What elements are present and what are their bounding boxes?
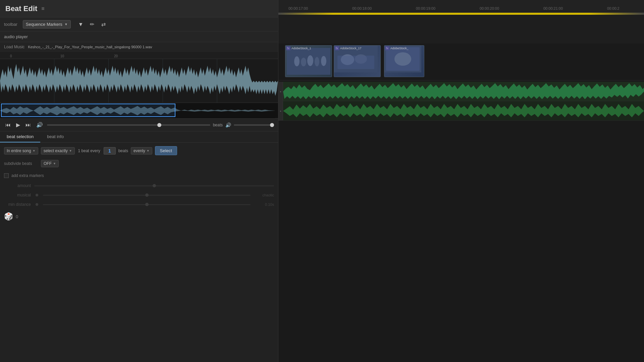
svg-point-10: [307, 55, 313, 66]
tab-beat-selection[interactable]: beat selection: [0, 131, 40, 142]
sync-tool-button[interactable]: ⇄: [99, 20, 108, 29]
svg-rect-16: [337, 56, 374, 69]
extra-markers-row: add extra markers: [4, 172, 274, 179]
musical-label: musical: [4, 193, 31, 197]
clip-2-fx: fx: [335, 46, 339, 50]
left-panel: Beat Edit ≡ toolbar Sequence Markers ▼ ▼…: [0, 0, 278, 362]
ruler: 0 10 20: [0, 52, 278, 59]
subdivide-dropdown[interactable]: OFF ▼: [41, 160, 59, 167]
clip-2-badge: fx AdobeStock_17: [335, 46, 362, 50]
sequence-markers-dropdown[interactable]: Sequence Markers ▼: [23, 20, 71, 28]
progress-slider[interactable]: [47, 124, 210, 126]
beat-every-input[interactable]: [104, 147, 116, 155]
distribution-dropdown[interactable]: evenly ▼: [131, 147, 152, 155]
svg-point-19: [394, 52, 411, 66]
clip-2-label: AdobeStock_17: [340, 47, 362, 50]
beats-label: beats: [213, 123, 223, 127]
scope-dropdown[interactable]: In entire song ▼: [4, 147, 38, 155]
audio-player-header[interactable]: audio player: [0, 32, 278, 42]
dice-icon[interactable]: 🎲: [4, 212, 13, 221]
right-panel: 00:00:17:00 00:00:18:00 00:00:19:00 00:0…: [278, 0, 644, 362]
select-exactly-dropdown[interactable]: select exactly ▼: [41, 147, 75, 155]
subdivide-value: OFF: [44, 161, 52, 166]
svg-point-12: [321, 56, 326, 66]
ruler-row: 00:00:17:00 00:00:18:00 00:00:19:00 00:0…: [278, 0, 644, 13]
extra-markers-label: add extra markers: [11, 173, 44, 178]
audio-track-1: ●: [278, 82, 644, 101]
marker-tool-icon: ▼: [78, 21, 84, 27]
clip-3-label: AdobeStock_: [390, 47, 409, 50]
load-music-label: Load Music: [4, 45, 24, 49]
clip-2[interactable]: fx AdobeStock_17: [334, 45, 381, 77]
load-music-file: Keshco_-_21_-_Play_For_Your_People_music…: [28, 45, 152, 49]
subdivide-row: subdivide beats OFF ▼: [4, 159, 274, 169]
beat-selection-row: In entire song ▼ select exactly ▼ 1 beat…: [4, 146, 274, 155]
tab-beat-info[interactable]: beat info: [40, 131, 70, 142]
distribution-arrow: ▼: [147, 149, 150, 153]
scope-label: In entire song: [7, 148, 31, 153]
musical-radio: [36, 194, 38, 196]
min-distance-value: 0.10s: [254, 202, 274, 206]
ruler-spacer: [278, 15, 644, 44]
track-1-waveform-svg: [283, 82, 644, 101]
title-bar: Beat Edit ≡: [0, 0, 278, 17]
sync-tool-icon: ⇄: [101, 21, 106, 27]
time-mark-20: 00:00:20:00: [480, 6, 499, 10]
track-2-handle[interactable]: ●: [278, 101, 283, 120]
amount-label: amount: [4, 183, 31, 188]
svg-point-9: [301, 58, 306, 66]
chaotic-label: chaotic: [254, 193, 274, 197]
musical-thumb: [145, 193, 149, 197]
track-2-waveform-svg: [283, 101, 644, 120]
prev-icon: ⏮: [5, 122, 11, 128]
track-1-handle-icon: ●: [280, 90, 281, 93]
clip-1-badge: fx AdobeStock_1: [286, 46, 311, 50]
clip-3-badge: fx AdobeStock_: [385, 46, 409, 50]
extra-markers-checkbox[interactable]: [4, 173, 9, 178]
edit-tool-button[interactable]: ✏: [88, 20, 97, 29]
clip-3-fx: fx: [385, 46, 389, 50]
clip-3[interactable]: fx AdobeStock_: [384, 45, 424, 77]
menu-icon[interactable]: ≡: [41, 6, 44, 12]
play-button[interactable]: ▶: [15, 121, 21, 129]
edit-tool-icon: ✏: [90, 21, 94, 27]
prev-button[interactable]: ⏮: [4, 121, 12, 129]
waveform-tracks-area: ● ●: [278, 80, 644, 362]
audio-track-2: ●: [278, 101, 644, 121]
timeline-ruler: 00:00:17:00 00:00:18:00 00:00:19:00 00:0…: [278, 0, 644, 44]
select-button[interactable]: Select: [155, 146, 177, 155]
amount-slider: [34, 185, 274, 186]
toolbar-icons: ▼ ✏ ⇄: [76, 20, 108, 29]
marker-tool-button[interactable]: ▼: [76, 20, 86, 29]
svg-point-8: [294, 56, 300, 66]
beats-volume-slider[interactable]: [234, 124, 274, 126]
clip-1-label: AdobeStock_1: [291, 47, 311, 50]
beat-panel: beat selection beat info In entire song …: [0, 131, 278, 362]
waveform-bars: [0, 59, 278, 103]
time-mark-21: 00:00:21:00: [543, 6, 563, 10]
svg-point-11: [315, 57, 319, 66]
sequence-markers-label: Sequence Markers: [26, 22, 62, 27]
min-distance-row: min distance 0.10s: [4, 201, 274, 207]
next-button[interactable]: ⏭: [24, 121, 32, 129]
beat-tabs: beat selection beat info: [0, 131, 278, 143]
transport-controls: ⏮ ▶ ⏭ 🔊 beats 🔊: [0, 119, 278, 131]
volume-icon: 🔊: [36, 122, 43, 128]
beats-volume-thumb: [270, 123, 274, 127]
beat-controls: In entire song ▼ select exactly ▼ 1 beat…: [0, 143, 278, 226]
mini-waveform: [0, 103, 278, 118]
ruler-mark-0: 0: [10, 54, 12, 58]
track-1-handle[interactable]: ●: [278, 82, 283, 101]
mini-waveform-selection[interactable]: [1, 104, 175, 117]
min-distance-label: min distance: [4, 202, 31, 207]
dice-row: 🎲 0: [4, 211, 274, 222]
beat-every-suffix: beats: [118, 148, 128, 153]
beats-volume-icon[interactable]: 🔊: [225, 122, 231, 128]
clip-1[interactable]: fx AdobeStock_1: [285, 45, 332, 77]
clip-1-fx: fx: [286, 46, 290, 50]
waveform-container: 0 10 20: [0, 52, 278, 119]
track-1-waveform: [283, 82, 644, 101]
amount-row: amount: [4, 183, 274, 189]
volume-button[interactable]: 🔊: [35, 121, 44, 129]
select-exactly-label: select exactly: [44, 148, 68, 153]
